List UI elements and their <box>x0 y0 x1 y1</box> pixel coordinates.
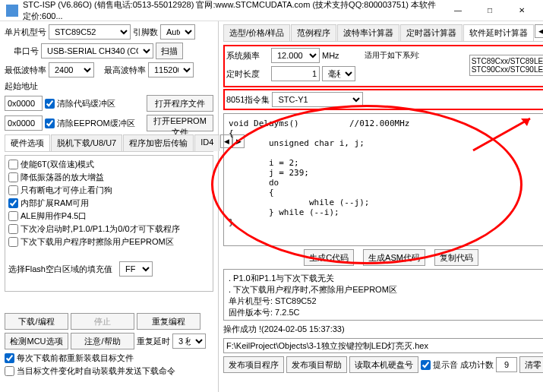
pub-help-button[interactable]: 发布项目帮助 <box>286 356 347 373</box>
delay-len-input[interactable] <box>271 66 320 81</box>
sys-freq-unit: MHz <box>322 51 339 60</box>
tab-example[interactable]: 范例程序 <box>291 24 336 41</box>
start-addr-label: 起始地址 <box>5 81 38 92</box>
help-button[interactable]: 注意/帮助 <box>71 333 134 349</box>
read-sn-button[interactable]: 读取本机硬盘号 <box>349 356 418 373</box>
opt-erase-checkbox[interactable] <box>8 237 18 247</box>
opt-coldboot-checkbox[interactable] <box>8 224 18 234</box>
hw-option-tabs: 硬件选项 脱机下载/U8/U7 程序加密后传输 ID4 ◀▶ <box>5 134 213 152</box>
clear-eeprom-label: 清除EEPROM缓冲区 <box>57 118 135 129</box>
copy-code-button[interactable]: 复制代码 <box>434 249 478 266</box>
stop-button[interactable]: 停止 <box>71 313 134 330</box>
scan-button[interactable]: 扫描 <box>156 43 183 59</box>
clear-code-label: 清除代码缓冲区 <box>57 98 115 109</box>
tab-offline[interactable]: 脱机下载/U8/U7 <box>51 134 122 151</box>
sys-freq-select[interactable]: 12.000 <box>271 48 320 63</box>
tab-hw-options[interactable]: 硬件选项 <box>5 134 50 151</box>
clear-eeprom-checkbox[interactable] <box>45 119 55 128</box>
minimize-button[interactable]: — <box>443 2 473 19</box>
flash-fill-label: 选择Flash空白区域的填充值 <box>8 264 112 275</box>
success-count <box>496 357 517 372</box>
window-title: STC-ISP (V6.86O) (销售电话:0513-55012928) 官网… <box>23 0 443 22</box>
applies-label: 适用于如下系列: <box>365 50 420 61</box>
delay-unit-select[interactable]: 毫秒 <box>322 66 355 81</box>
auto-checkbox[interactable] <box>5 366 14 376</box>
code-textarea[interactable]: void Delayms() //012.000MHz { unsigned c… <box>223 113 543 246</box>
tab-encrypt[interactable]: 程序加密后传输 <box>123 134 194 151</box>
app-icon <box>6 5 18 17</box>
open-eeprom-button[interactable]: 打开EEPROM文件 <box>147 115 213 131</box>
tab-price[interactable]: 选型/价格/样品 <box>223 24 290 41</box>
delay-label: 重复延时 <box>137 336 170 347</box>
clear-code-checkbox[interactable] <box>45 99 55 109</box>
opt-ale-checkbox[interactable] <box>8 211 18 221</box>
tab-id[interactable]: ID4 <box>194 134 219 151</box>
rtab-left-arrow[interactable]: ◀ <box>535 24 543 38</box>
maximize-button[interactable]: □ <box>475 2 505 19</box>
chip-model-select[interactable]: STC89C52 <box>49 24 131 40</box>
pub-prog-button[interactable]: 发布项目程序 <box>223 356 284 373</box>
opt-osc-checkbox[interactable] <box>8 172 18 182</box>
right-panel: 选型/价格/样品 范例程序 波特率计算器 定时器计算器 软件延时计算器 ◀▶ 系… <box>219 21 543 392</box>
detect-mcu-button[interactable]: 检测MCU选项 <box>5 333 68 349</box>
gen-asm-button[interactable]: 生成ASM代码 <box>363 249 425 266</box>
flash-fill-select[interactable]: FF <box>119 261 153 277</box>
opt-wdt-checkbox[interactable] <box>8 185 18 195</box>
hex-path-input[interactable] <box>223 338 543 353</box>
delay-len-label: 定时长度 <box>226 68 269 80</box>
tab-delay[interactable]: 软件延时计算器 <box>463 24 534 41</box>
delay-select[interactable]: 3 秒 <box>172 334 206 349</box>
tab-timer[interactable]: 定时器计算器 <box>400 24 462 41</box>
addr1-input[interactable] <box>5 96 43 111</box>
pin-select[interactable]: Auto <box>160 24 195 40</box>
pin-label: 引脚数 <box>133 27 158 38</box>
window-titlebar: STC-ISP (V6.86O) (销售电话:0513-55012928) 官网… <box>0 0 543 21</box>
port-select[interactable]: USB-SERIAL CH340 (COM11) <box>41 43 153 58</box>
left-panel: 单片机型号 STC89C52 引脚数 Auto 串口号 USB-SERIAL C… <box>0 21 219 392</box>
inst-set-label: 8051指令集 <box>226 94 270 106</box>
close-button[interactable]: ✕ <box>507 2 537 19</box>
series1: STC89Cxx/STC89LExx <box>472 57 543 65</box>
clear-button[interactable]: 清零 <box>519 356 543 373</box>
min-baud-select[interactable]: 2400 <box>49 62 94 77</box>
chip-model-label: 单片机型号 <box>5 27 46 38</box>
reprogram-button[interactable]: 重复编程 <box>137 313 200 330</box>
inst-set-select[interactable]: STC-Y1 <box>272 92 363 107</box>
addr2-input[interactable] <box>5 115 43 131</box>
series2: STC90Cxx/STC90LExx <box>472 65 543 74</box>
status-line: 操作成功 !(2024-02-05 15:37:33) <box>223 324 543 335</box>
beep-label: 提示音 <box>433 359 458 371</box>
min-baud-label: 最低波特率 <box>5 65 46 76</box>
gen-c-button[interactable]: 生成C代码 <box>304 249 354 266</box>
port-label: 串口号 <box>14 46 39 57</box>
opt-6t-checkbox[interactable] <box>8 160 18 169</box>
max-baud-label: 最高波特率 <box>104 65 146 76</box>
info-area: . P1.0和P1.1与下次下载无关 . 下次下载用户程序时,不擦除用户EEPR… <box>223 269 543 321</box>
reload-checkbox[interactable] <box>5 353 14 363</box>
open-program-button[interactable]: 打开程序文件 <box>147 95 213 112</box>
opt-ram-checkbox[interactable] <box>8 198 18 208</box>
tab-baud[interactable]: 波特率计算器 <box>337 24 399 41</box>
beep-checkbox[interactable] <box>421 360 431 370</box>
top-tabs: 选型/价格/样品 范例程序 波特率计算器 定时器计算器 软件延时计算器 ◀▶ <box>223 24 543 42</box>
success-label: 成功计数 <box>460 359 494 371</box>
max-baud-select[interactable]: 115200 <box>148 62 194 77</box>
sys-freq-label: 系统频率 <box>226 50 269 62</box>
download-button[interactable]: 下载/编程 <box>5 313 68 330</box>
